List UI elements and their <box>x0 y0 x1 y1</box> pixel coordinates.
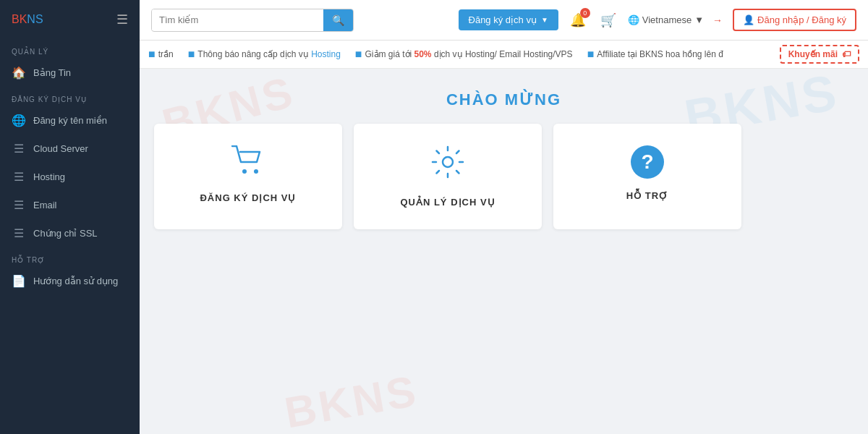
khuyen-mai-button[interactable]: Khuyến mãi 🏷 <box>780 45 859 64</box>
card-ho-tro[interactable]: ? HỖ TRỢ <box>553 124 741 229</box>
search-input[interactable] <box>152 9 323 30</box>
sidebar-item-bang-tin[interactable]: 🏠 Bảng Tin <box>0 59 140 87</box>
ticker-text-2: Thông báo nâng cấp dịch vụ Hosting <box>197 49 340 59</box>
notification-button[interactable]: 🔔 0 <box>567 9 589 31</box>
user-icon: 👤 <box>743 14 754 25</box>
ticker-text-1: trần <box>158 49 174 59</box>
logo-ns: NS <box>27 13 43 25</box>
cards-row: ĐĂNG KÝ DỊCH VỤ QUẢN LÝ DỊCH VỤ ? HỖ TRỢ <box>154 124 854 229</box>
cart-icon <box>231 145 265 181</box>
card-dang-ky-label: ĐĂNG KÝ DỊCH VỤ <box>200 192 296 203</box>
ticker-item-2[interactable]: ■ Thông báo nâng cấp dịch vụ Hosting <box>188 48 341 60</box>
language-arrow-icon: ▼ <box>694 14 704 25</box>
search-button[interactable]: 🔍 <box>323 9 353 31</box>
login-arrow-icon: → <box>712 14 723 26</box>
sidebar-item-email[interactable]: ☰ Email <box>0 191 140 219</box>
ticker-item-3[interactable]: ■ Giảm giá tới 50% dịch vụ Hosting/ Emai… <box>355 48 573 60</box>
cart-button[interactable]: 🛒 <box>597 9 619 31</box>
welcome-heading: CHÀO MỪNG <box>154 90 854 109</box>
server-icon: ☰ <box>12 142 26 156</box>
svg-point-1 <box>254 169 258 174</box>
section-label-hotro: HỖ TRỢ <box>0 247 140 267</box>
sidebar-item-label: Đăng ký tên miền <box>33 115 107 126</box>
logo: BKNS <box>12 13 43 26</box>
sidebar-item-hosting[interactable]: ☰ Hosting <box>0 163 140 191</box>
cart-icon: 🛒 <box>600 13 616 27</box>
ticker-item-4[interactable]: ■ Affiliate tại BKNS hoa hồng lên đ <box>587 48 723 60</box>
sidebar-item-label: Email <box>33 200 57 210</box>
ticker-highlight-percent: 50% <box>414 49 432 59</box>
ticker-text-3: Giảm giá tới 50% dịch vụ Hosting/ Email … <box>365 49 573 59</box>
sidebar-item-label: Cloud Server <box>33 143 88 154</box>
main-area: 🔍 Đăng ký dịch vụ ▼ 🔔 0 🛒 🌐 Vietnamese ▼… <box>140 0 868 434</box>
register-service-button[interactable]: Đăng ký dịch vụ ▼ <box>459 9 558 30</box>
section-label-dangky: ĐĂNG KÝ DỊCH VỤ <box>0 87 140 106</box>
ticker-text-4: Affiliate tại BKNS hoa hồng lên đ <box>597 49 723 59</box>
guide-icon: 📄 <box>12 274 26 288</box>
hamburger-icon[interactable]: ☰ <box>116 12 128 27</box>
sidebar-item-huong-dan[interactable]: 📄 Hướng dẫn sử dụng <box>0 267 140 295</box>
sidebar-item-cloud-server[interactable]: ☰ Cloud Server <box>0 135 140 163</box>
language-button[interactable]: 🌐 Vietnamese ▼ <box>628 14 704 25</box>
card-dang-ky[interactable]: ĐĂNG KÝ DỊCH VỤ <box>154 124 342 229</box>
language-label: Vietnamese <box>642 14 692 25</box>
sidebar-item-ssl[interactable]: ☰ Chứng chỉ SSL <box>0 219 140 247</box>
hosting-icon: ☰ <box>12 170 26 184</box>
header: 🔍 Đăng ký dịch vụ ▼ 🔔 0 🛒 🌐 Vietnamese ▼… <box>140 0 868 41</box>
register-service-label: Đăng ký dịch vụ <box>469 14 537 25</box>
ssl-icon: ☰ <box>12 226 26 240</box>
sidebar-item-ten-mien[interactable]: 🌐 Đăng ký tên miền <box>0 106 140 135</box>
card-ho-tro-label: HỖ TRỢ <box>626 190 668 201</box>
notification-badge: 0 <box>580 8 590 18</box>
card-quan-ly-label: QUẢN LÝ DỊCH VỤ <box>400 197 495 208</box>
section-label-quanly: QUẢN LÝ <box>0 39 140 59</box>
svg-point-0 <box>242 169 247 174</box>
search-box: 🔍 <box>151 9 354 32</box>
home-icon: 🏠 <box>12 66 26 80</box>
ticker-highlight-hosting: Hosting <box>311 49 341 59</box>
svg-point-2 <box>443 157 453 167</box>
sidebar-item-label: Chứng chỉ SSL <box>33 228 98 239</box>
card-quan-ly[interactable]: QUẢN LÝ DỊCH VỤ <box>354 124 542 229</box>
globe-icon: 🌐 <box>628 14 639 25</box>
ticker-item-1: ■ trần <box>148 48 174 60</box>
sidebar-logo: BKNS ☰ <box>0 0 140 39</box>
gear-icon <box>431 145 464 185</box>
globe-icon: 🌐 <box>12 114 26 127</box>
login-label: Đăng nhập / Đăng ký <box>757 14 846 25</box>
email-icon: ☰ <box>12 198 26 212</box>
sidebar-item-label: Bảng Tin <box>33 67 71 78</box>
sidebar-item-label: Hướng dẫn sử dụng <box>33 276 118 286</box>
sidebar: BKNS ☰ QUẢN LÝ 🏠 Bảng Tin ĐĂNG KÝ DỊCH V… <box>0 0 140 434</box>
help-icon: ? <box>631 145 664 179</box>
login-register-button[interactable]: 👤 Đăng nhập / Đăng ký <box>733 9 856 31</box>
khuyen-mai-label: Khuyến mãi <box>788 49 838 59</box>
sidebar-item-label: Hosting <box>33 171 65 182</box>
dropdown-arrow-icon: ▼ <box>541 16 548 24</box>
content-area: BKNS BKNS BKNS CHÀO MỪNG ĐĂNG KÝ DỊCH VỤ <box>140 69 868 434</box>
tag-icon: 🏷 <box>842 49 851 59</box>
logo-bk: BK <box>12 13 27 25</box>
watermark-3: BKNS <box>281 365 422 434</box>
ticker-bar: ■ trần ■ Thông báo nâng cấp dịch vụ Host… <box>140 41 868 69</box>
